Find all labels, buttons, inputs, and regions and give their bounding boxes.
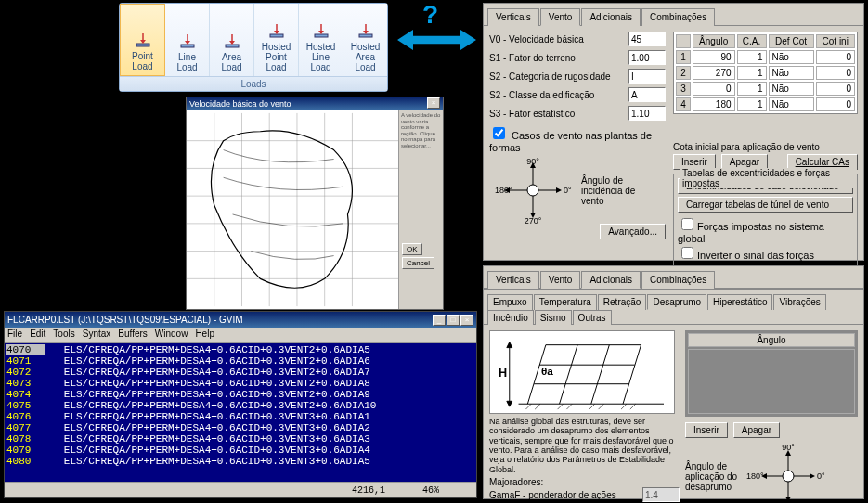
close-icon[interactable]: × xyxy=(427,97,440,109)
map-cancel-button[interactable]: Cancel xyxy=(402,257,434,269)
area-load-icon xyxy=(223,32,241,50)
table-row[interactable]: 1901Não0 xyxy=(676,50,855,64)
inverter-sinal-checkbox[interactable] xyxy=(681,247,693,259)
svg-marker-18 xyxy=(397,30,476,50)
svg-marker-62 xyxy=(507,342,512,348)
minimize-icon[interactable]: _ xyxy=(433,315,446,326)
table-row[interactable]: 301Não0 xyxy=(676,82,855,96)
map-side-panel: A velocidade do vento varia conforme a r… xyxy=(398,110,443,309)
svg-point-66 xyxy=(783,471,794,482)
inserir-button-2[interactable]: Inserir xyxy=(685,422,728,438)
subtab-desaprumo[interactable]: Desaprumo xyxy=(647,294,706,310)
ribbon-area-load-button[interactable]: AreaLoad xyxy=(210,4,254,76)
svg-line-53 xyxy=(525,404,531,409)
map-ok-button[interactable]: OK xyxy=(402,243,422,255)
casos-vento-checkbox[interactable] xyxy=(493,127,505,139)
menu-file[interactable]: File xyxy=(7,329,22,342)
desaprumo-diagram: H θa xyxy=(489,330,675,414)
subtab-hiperestático[interactable]: Hiperestático xyxy=(707,294,772,310)
svg-line-60 xyxy=(630,404,636,409)
cota-inicial-label: Cota inicial para aplicação de vento xyxy=(673,142,858,152)
svg-text:270°: 270° xyxy=(525,216,542,224)
avancado-button[interactable]: Avançado... xyxy=(600,224,666,239)
line-load-icon xyxy=(178,32,197,50)
tab-combinações[interactable]: Combinações xyxy=(641,271,715,289)
tab-combinações[interactable]: Combinações xyxy=(641,8,715,26)
dialog1-tabs: VerticaisVentoAdicionaisCombinações xyxy=(484,4,863,26)
gvim-window: FLCARRP0.LST (J:\TQSRST\TQS09\ESPACIAL) … xyxy=(4,311,477,498)
table-row[interactable]: 41801Não0 xyxy=(676,97,855,111)
tab-vento[interactable]: Vento xyxy=(540,8,581,26)
forcas-globais-checkbox[interactable] xyxy=(681,218,693,230)
wind-cases-table[interactable]: ÂnguloC.A.Def CotCot ini 1901Não022701Nã… xyxy=(673,32,858,114)
tab-vento[interactable]: Vento xyxy=(540,271,581,289)
brazil-map-canvas[interactable] xyxy=(187,110,398,309)
menu-tools[interactable]: Tools xyxy=(53,329,74,342)
editor-line: 4077 ELS/CFREQA/PP+PERM+DESA4+0.6ACID+0.… xyxy=(6,422,474,433)
compass-icon: 90° 270° 180° 0° xyxy=(489,157,577,224)
svg-line-57 xyxy=(589,404,595,409)
tab-adicionais[interactable]: Adicionais xyxy=(581,8,641,26)
svg-line-47 xyxy=(560,345,578,405)
svg-text:θa: θa xyxy=(541,365,553,377)
close-icon[interactable]: × xyxy=(460,315,473,326)
maximize-icon[interactable]: □ xyxy=(447,315,460,326)
gvim-menubar: FileEditToolsSyntaxBuffersWindowHelp xyxy=(5,328,476,343)
menu-syntax[interactable]: Syntax xyxy=(83,329,111,342)
svg-rect-12 xyxy=(315,34,328,37)
svg-text:90°: 90° xyxy=(526,157,539,166)
svg-line-58 xyxy=(599,404,604,409)
tab-verticais[interactable]: Verticais xyxy=(487,271,539,289)
svg-text:0°: 0° xyxy=(564,186,572,195)
tab-verticais[interactable]: Verticais xyxy=(487,8,539,26)
s2cat-input[interactable] xyxy=(628,69,666,84)
svg-line-49 xyxy=(623,345,641,405)
subtab-vibrações[interactable]: Vibrações xyxy=(773,294,825,310)
v0-input[interactable] xyxy=(628,32,666,46)
col-header: Def Cot xyxy=(769,34,814,48)
desaprumo-note: Na análise global das estruturas, deve s… xyxy=(489,417,680,474)
angulo-aplicacao-label: Ângulo de aplicação do desaprumo xyxy=(685,461,741,492)
menu-buffers[interactable]: Buffers xyxy=(118,329,148,342)
col-header: C.A. xyxy=(737,34,767,48)
ribbon-line-load-button[interactable]: LineLoad xyxy=(165,4,210,76)
subtab-sismo[interactable]: Sismo xyxy=(535,310,572,325)
menu-help[interactable]: Help xyxy=(195,329,214,342)
apagar-button-2[interactable]: Apagar xyxy=(733,422,780,438)
subtab-incêndio[interactable]: Incêndio xyxy=(487,310,534,325)
svg-rect-0 xyxy=(136,44,149,46)
ribbon-point-load-button[interactable]: PointLoad xyxy=(120,4,165,76)
ribbon-hosted-point-load-button[interactable]: HostedPoint Load xyxy=(254,4,299,76)
ribbon-hosted-line-load-button[interactable]: HostedLine Load xyxy=(299,4,343,76)
subtab-retração[interactable]: Retração xyxy=(598,294,647,310)
s2cls-input[interactable] xyxy=(628,87,666,102)
col-header: Ângulo xyxy=(693,34,735,48)
menu-edit[interactable]: Edit xyxy=(30,329,45,342)
gvim-scroll-percent: 46% xyxy=(422,483,439,497)
svg-line-55 xyxy=(558,404,564,409)
svg-text:H: H xyxy=(499,366,507,380)
menu-window[interactable]: Window xyxy=(155,329,188,342)
subtab-temperatura[interactable]: Temperatura xyxy=(534,294,597,310)
svg-rect-15 xyxy=(359,34,372,37)
table-row[interactable]: 22701Não0 xyxy=(676,66,855,80)
s3-input[interactable] xyxy=(628,106,666,121)
double-arrow-icon xyxy=(397,28,476,52)
subtab-outras[interactable]: Outras xyxy=(573,310,612,325)
svg-marker-17 xyxy=(363,31,369,34)
svg-rect-19 xyxy=(187,113,398,306)
svg-point-32 xyxy=(527,185,538,196)
subtab-empuxo[interactable]: Empuxo xyxy=(487,294,533,310)
s1-input[interactable] xyxy=(628,50,666,65)
ribbon-hosted-area-load-button[interactable]: HostedArea Load xyxy=(343,4,387,76)
angle-column-header: Ângulo xyxy=(688,333,855,347)
gvim-cursor-pos: 4216,1 xyxy=(352,483,385,497)
compass-icon-2: 90° 270° 180° 0° xyxy=(745,444,833,503)
map-window-title: Velocidade básica do vento xyxy=(189,97,291,110)
carregar-tunel-button[interactable]: Carregar tabelas de túnel de vento xyxy=(678,197,853,213)
desaprumo-angle-table[interactable]: Ângulo xyxy=(685,330,858,417)
gvim-editor[interactable]: 4070 ELS/CFREQA/PP+PERM+DESA4+0.6ACID+0.… xyxy=(5,343,476,482)
tab-adicionais[interactable]: Adicionais xyxy=(581,271,641,289)
svg-text:90°: 90° xyxy=(782,444,795,452)
svg-line-48 xyxy=(591,345,610,405)
